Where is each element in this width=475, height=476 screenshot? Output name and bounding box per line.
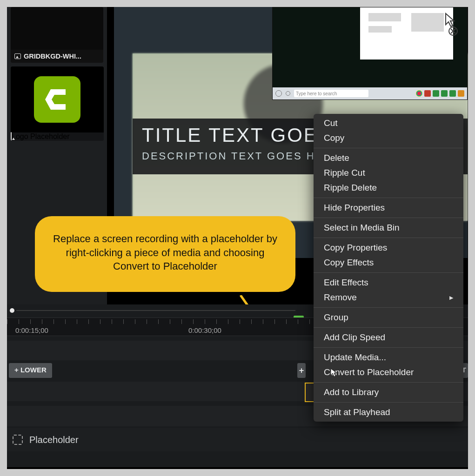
start-menu-icon (275, 90, 282, 97)
menu-item-convert-to-placeholder[interactable]: Convert to Placeholder (314, 365, 463, 380)
callout-text: Replace a screen recording with a placeh… (53, 233, 277, 272)
menu-separator (314, 198, 463, 198)
menu-item-split-at-playhead[interactable]: Split at Playhead (314, 405, 463, 420)
menu-separator (314, 307, 463, 308)
menu-item-label: Copy Properties (324, 243, 387, 253)
menu-item-label: Remove (324, 292, 357, 303)
menu-item-add-to-library[interactable]: Add to Library (314, 385, 463, 400)
zoom-slider-track[interactable] (16, 310, 295, 311)
placeholder-track[interactable]: Placeholder (7, 428, 468, 451)
menu-item-hide-properties[interactable]: Hide Properties (314, 200, 463, 215)
menu-item-delete[interactable]: Delete (314, 151, 463, 165)
menu-item-label: Ripple Delete (324, 183, 377, 193)
menu-item-select-in-media-bin[interactable]: Select in Media Bin (314, 220, 463, 235)
taskbar-search-placeholder: Type here to search (296, 91, 337, 96)
media-thumb-gridbkgd[interactable]: GRIDBKGD-WHI... (11, 7, 103, 63)
menu-item-label: Split at Playhead (324, 407, 390, 417)
taskbar-app-icon (433, 90, 439, 97)
placeholder-track-label: Placeholder (29, 435, 79, 445)
menu-item-cut[interactable]: Cut (314, 116, 463, 131)
menu-separator (314, 402, 463, 403)
close-button[interactable] (444, 13, 462, 36)
menu-item-ripple-cut[interactable]: Ripple Cut (314, 165, 463, 180)
menu-item-label: Copy (324, 133, 344, 143)
media-thumb-label: Logo Placeholder (12, 132, 70, 140)
context-menu: CutCopyDeleteRipple CutRipple DeleteHide… (314, 114, 463, 422)
menu-item-label: Add to Library (324, 387, 379, 397)
menu-item-label: Copy Effects (324, 258, 374, 268)
cortana-icon (286, 91, 290, 96)
clip-lower[interactable]: + LOWER (9, 363, 52, 378)
menu-item-label: Group (324, 312, 348, 323)
image-icon (14, 53, 21, 59)
menu-item-group[interactable]: Group (314, 310, 463, 325)
menu-item-copy[interactable]: Copy (314, 131, 463, 145)
zoom-slider-handle[interactable] (10, 308, 14, 313)
taskbar-app-icon (449, 90, 456, 97)
menu-item-update-media[interactable]: Update Media... (314, 350, 463, 365)
menu-item-label: Edit Effects (324, 278, 368, 288)
media-thumb-logo[interactable]: Logo Placeholder (11, 66, 104, 141)
taskbar-app-icon (424, 90, 431, 97)
menu-item-ripple-delete[interactable]: Ripple Delete (314, 180, 463, 195)
embedded-screen-recording: Type here to search (272, 7, 468, 100)
preview-description-text: DESCRIPTION TEXT GOES HE (142, 150, 323, 162)
menu-item-copy-properties[interactable]: Copy Properties (314, 240, 463, 255)
ruler-timestamp: 0:00:15;00 (15, 326, 48, 334)
placeholder-icon (13, 435, 23, 445)
clip-plus[interactable]: + (297, 363, 306, 378)
menu-item-label: Select in Media Bin (324, 223, 400, 233)
ruler-timestamp: 0:00:30;00 (188, 326, 221, 334)
menu-separator (314, 238, 463, 238)
app-frame: GRIDBKGD-WHI... Logo Placeholder TITLE T… (7, 7, 468, 469)
menu-item-label: Delete (324, 153, 349, 163)
menu-item-label: Add Clip Speed (324, 332, 385, 343)
menu-item-label: Update Media... (324, 352, 386, 363)
windows-taskbar: Type here to search (273, 87, 467, 99)
menu-item-copy-effects[interactable]: Copy Effects (314, 255, 463, 270)
menu-item-remove[interactable]: Remove (314, 290, 463, 305)
menu-item-label: Ripple Cut (324, 168, 365, 178)
camtasia-logo-icon (34, 76, 80, 123)
menu-item-label: Hide Properties (324, 203, 385, 213)
media-thumb-label: GRIDBKGD-WHI... (24, 53, 81, 60)
cursor-icon (330, 368, 338, 380)
menu-separator (314, 347, 463, 348)
menu-item-label: Cut (324, 118, 338, 128)
menu-item-edit-effects[interactable]: Edit Effects (314, 275, 463, 290)
menu-separator (314, 148, 463, 148)
taskbar-app-icon (416, 90, 422, 97)
menu-item-add-clip-speed[interactable]: Add Clip Speed (314, 330, 463, 345)
taskbar-app-icon (441, 90, 448, 97)
menu-separator (314, 272, 463, 273)
taskbar-app-icon (458, 90, 464, 97)
menu-separator (314, 327, 463, 328)
menu-separator (314, 218, 463, 218)
menu-separator (314, 382, 463, 383)
image-icon (11, 132, 12, 141)
taskbar-search: Type here to search (294, 90, 368, 97)
preview-title-text: TITLE TEXT GOE (142, 124, 318, 146)
tutorial-callout: Replace a screen recording with a placeh… (35, 216, 295, 292)
